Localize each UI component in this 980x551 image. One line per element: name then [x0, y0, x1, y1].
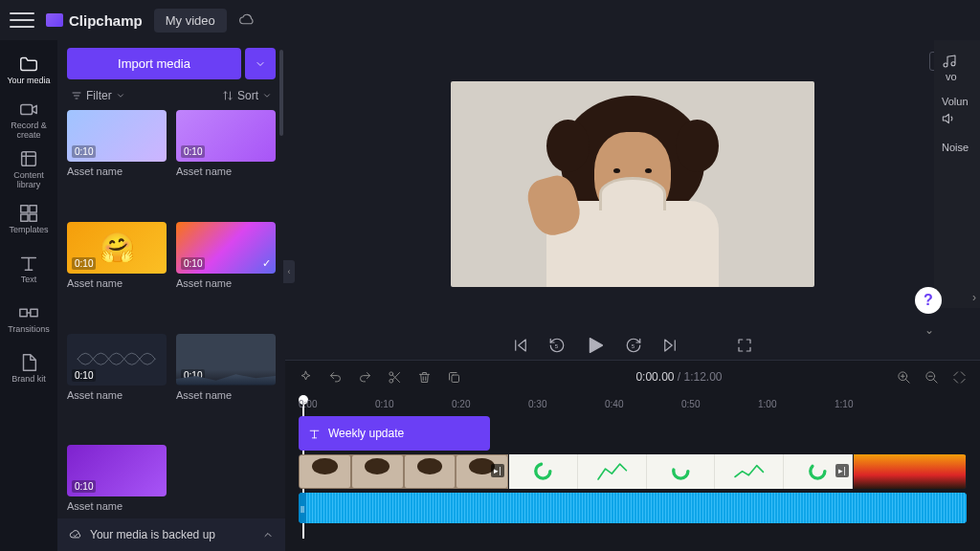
menu-button[interactable]: [10, 8, 34, 33]
svg-rect-0: [21, 105, 33, 115]
timeline: 0:00.00 / 1:12.00 0:000:100:200:300:400:…: [285, 360, 980, 551]
svg-rect-5: [30, 214, 36, 221]
logo-icon: [46, 13, 63, 27]
project-name[interactable]: My video: [154, 9, 227, 33]
delete-icon[interactable]: [417, 370, 432, 385]
volume-icon[interactable]: [942, 111, 957, 126]
clip-edge-icon: ▸|: [835, 464, 849, 477]
asset-item[interactable]: 0:10Asset name: [176, 334, 276, 440]
filter-button[interactable]: Filter: [71, 89, 125, 102]
preview-canvas[interactable]: [451, 81, 814, 287]
svg-rect-1: [22, 152, 36, 166]
rail-templates[interactable]: Templates: [2, 195, 56, 243]
svg-rect-7: [31, 309, 37, 316]
app-logo: Clipchamp: [46, 12, 143, 29]
undo-icon[interactable]: [328, 370, 343, 385]
rail-folder[interactable]: Your media: [2, 46, 56, 94]
svg-text:5: 5: [555, 343, 559, 349]
chevron-down-icon[interactable]: ⌄: [924, 323, 934, 337]
chevron-down-icon: [116, 91, 125, 100]
svg-rect-12: [452, 375, 459, 383]
import-media-button[interactable]: Import media: [67, 48, 241, 79]
ruler-tick: 1:10: [835, 399, 853, 409]
audio-clip[interactable]: ||: [299, 493, 967, 523]
magic-icon[interactable]: [299, 370, 313, 385]
audio-waveform: [306, 493, 967, 523]
sync-icon[interactable]: [238, 11, 256, 29]
rewind-5-icon[interactable]: 5: [548, 337, 566, 354]
skip-end-icon[interactable]: [661, 337, 679, 354]
preview-area: 16:9: [285, 40, 980, 327]
collapse-panel-button[interactable]: ‹: [283, 260, 295, 283]
ruler-tick: 0:30: [528, 399, 546, 409]
playback-controls: 5 5: [285, 327, 980, 360]
timeline-time: 0:00.00 / 1:12.00: [635, 370, 722, 384]
rail-brand[interactable]: Brand kit: [2, 344, 56, 392]
video-clip-sunset[interactable]: [854, 454, 967, 489]
import-dropdown[interactable]: [245, 48, 276, 79]
duplicate-icon[interactable]: [447, 370, 461, 385]
music-icon: [942, 54, 957, 69]
skip-start-icon[interactable]: [512, 337, 529, 354]
svg-point-16: [673, 464, 687, 478]
split-icon[interactable]: [388, 370, 402, 385]
filter-icon: [71, 90, 82, 101]
asset-item[interactable]: 0:10✓Asset name: [176, 222, 276, 328]
asset-item[interactable]: 0:10Asset name: [67, 334, 167, 440]
fit-icon[interactable]: [952, 370, 967, 385]
backup-status[interactable]: Your media is backed up: [57, 518, 285, 551]
forward-5-icon[interactable]: 5: [625, 337, 642, 354]
sort-button[interactable]: Sort: [222, 89, 272, 102]
chevron-down-icon: [262, 91, 272, 100]
rail-text[interactable]: Text: [2, 245, 56, 293]
panel-scrollbar[interactable]: [279, 50, 283, 136]
text-clip[interactable]: Weekly update: [299, 416, 490, 451]
expand-properties-icon[interactable]: ›: [972, 291, 976, 304]
properties-panel: vo Volun Noise: [934, 40, 980, 308]
rail-transitions[interactable]: Transitions: [2, 295, 56, 342]
svg-text:5: 5: [632, 343, 635, 349]
svg-point-17: [811, 464, 825, 478]
svg-rect-4: [21, 214, 28, 221]
chevron-up-icon: [262, 529, 274, 540]
asset-item[interactable]: 0:10Asset name: [67, 110, 167, 216]
media-panel: Import media Filter Sort 0:10Asset name0…: [57, 40, 285, 551]
ruler-tick: 0:40: [605, 399, 623, 409]
text-icon: [308, 428, 321, 440]
svg-rect-3: [30, 206, 36, 212]
app-name: Clipchamp: [69, 12, 143, 29]
tool-rail: Your mediaRecord & createContent library…: [0, 40, 57, 551]
asset-item[interactable]: 0:10Asset name: [176, 110, 276, 216]
asset-item[interactable]: 🤗0:10Asset name: [67, 222, 167, 328]
zoom-out-icon[interactable]: [924, 370, 939, 385]
redo-icon[interactable]: [358, 370, 372, 385]
video-clip-interview[interactable]: ▸|: [299, 454, 509, 489]
rail-camera[interactable]: Record & create: [2, 96, 56, 143]
fullscreen-icon[interactable]: [736, 337, 753, 354]
svg-rect-6: [20, 309, 27, 316]
cloud-check-icon: [69, 528, 82, 541]
clip-edge-icon: ▸|: [491, 464, 504, 477]
help-button[interactable]: ?: [915, 287, 942, 314]
video-clip-charts[interactable]: ▸|: [509, 454, 854, 489]
sort-icon: [222, 90, 234, 101]
ruler-tick: 0:20: [452, 399, 470, 409]
ruler-tick: 1:00: [758, 399, 776, 409]
play-button[interactable]: [585, 335, 606, 356]
timeline-ruler[interactable]: 0:000:100:200:300:400:501:001:10: [285, 393, 980, 414]
rail-library[interactable]: Content library: [2, 145, 56, 193]
video-track[interactable]: ▸| ▸|: [299, 454, 967, 489]
svg-rect-2: [21, 206, 28, 212]
audio-clip-handle[interactable]: ||: [299, 493, 306, 523]
ruler-tick: 0:00: [299, 399, 317, 409]
zoom-in-icon[interactable]: [897, 370, 911, 385]
svg-point-15: [536, 464, 550, 478]
ruler-tick: 0:10: [375, 399, 393, 409]
ruler-tick: 0:50: [681, 399, 700, 409]
